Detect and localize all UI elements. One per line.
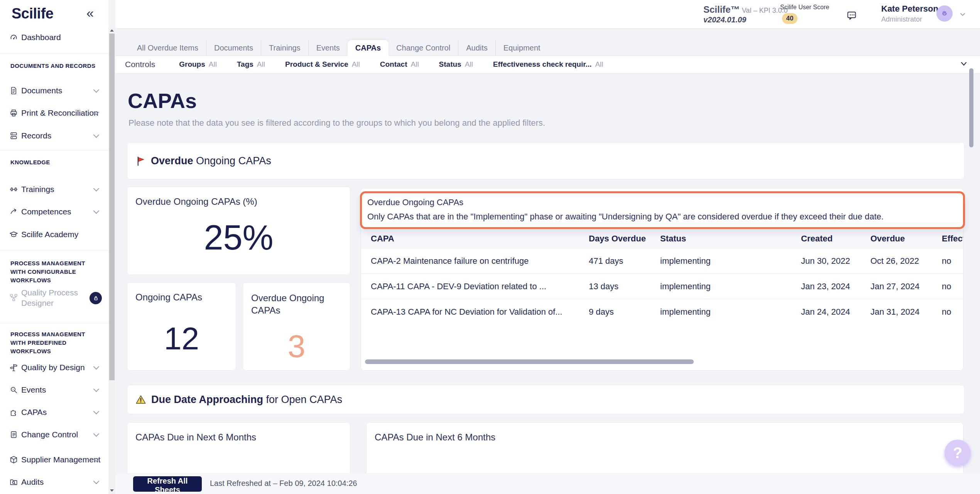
sidebar-item-label: Dashboard [21, 33, 61, 42]
due-card-left: CAPAs Due in Next 6 Months [127, 422, 350, 474]
filterbar: Controls GroupsAll TagsAll Product & Ser… [115, 56, 980, 74]
overdue-table-card: Overdue Ongoing CAPAs Only CAPAs that ar… [361, 188, 963, 371]
refresh-all-sheets-button[interactable]: Refresh All Sheets [133, 476, 202, 492]
filter-product-service[interactable]: Product & ServiceAll [285, 60, 360, 69]
lock-icon [92, 295, 100, 302]
kpi-title: Overdue Ongoing CAPAs [251, 292, 332, 317]
user-role: Administrator [881, 15, 922, 24]
sidebar-item-scilife-academy[interactable]: Scilife Academy [0, 227, 108, 242]
filter-value: All [411, 60, 419, 69]
cell-overdue: Oct 26, 2022 [870, 256, 942, 266]
sidebar-collapse-icon[interactable]: « [86, 5, 94, 20]
sidebar-scrollbar-thumb[interactable] [109, 34, 115, 380]
sidebar-item-label: Print & Reconciliation [21, 108, 98, 118]
page-title: CAPAs [128, 89, 197, 113]
cell-effectiveness: no [942, 282, 963, 292]
scroll-up-arrow-icon[interactable] [110, 29, 114, 32]
cell-overdue: Jan 31, 2024 [870, 307, 942, 317]
chevron-down-icon [93, 478, 100, 484]
user-menu-chevron-icon[interactable] [960, 12, 966, 17]
col-header-effectiveness[interactable]: Effectiveness check required [942, 234, 963, 244]
kpi-value-ongoing: 12 [127, 320, 236, 357]
col-header-status[interactable]: Status [660, 234, 801, 244]
sidebar-section-knowledge: KNOWLEDGE [10, 158, 100, 167]
sidebar-item-competences[interactable]: Competences [0, 204, 108, 219]
sidebar-item-quality-process-designer[interactable]: Quality Process Designer [0, 285, 108, 310]
filter-contact[interactable]: ContactAll [380, 60, 419, 69]
sidebar-item-events[interactable]: Events [0, 382, 108, 398]
filterbar-collapse-chevron-icon[interactable] [960, 61, 968, 67]
overdue-capas-table: CAPA Days Overdue Status Created Overdue… [361, 229, 963, 324]
cell-days-overdue: 13 days [589, 282, 660, 292]
feedback-chat-icon[interactable] [846, 9, 858, 22]
help-button[interactable]: ? [945, 440, 971, 466]
sidebar-section-configurable-workflows: PROCESS MANAGEMENT WITH CONFIGURABLE WOR… [10, 259, 100, 285]
col-header-days-overdue[interactable]: Days Overdue [589, 234, 660, 244]
tab-trainings[interactable]: Trainings [261, 40, 308, 56]
sidebar-item-capas[interactable]: CAPAs [0, 405, 108, 420]
avatar[interactable] [936, 5, 953, 22]
due-date-title-bold: Due Date Approaching [151, 394, 263, 405]
tab-change-control[interactable]: Change Control [389, 40, 458, 56]
sidebar-item-print-reconciliation[interactable]: Print & Reconciliation [0, 105, 108, 121]
filter-effectiveness-check[interactable]: Effectiveness check requir...All [493, 60, 603, 69]
table-row[interactable]: CAPA-2 Maintenance failure on centrifuge… [361, 248, 963, 273]
tab-equipment[interactable]: Equipment [495, 40, 548, 56]
tab-documents[interactable]: Documents [206, 40, 261, 56]
kpi-value-overdue: 3 [243, 328, 350, 364]
callout-title: Overdue Ongoing CAPAs [367, 197, 963, 207]
dumbbell-icon [9, 185, 18, 194]
col-header-overdue[interactable]: Overdue [870, 234, 942, 244]
table-row[interactable]: CAPA-13 CAPA for NC Deviation for Valida… [361, 299, 963, 324]
cell-status: implementing [660, 282, 801, 292]
kpi-card-overdue-percent: Overdue Ongoing CAPAs (%) 25% [127, 187, 350, 275]
due-card-title: CAPAs Due in Next 6 Months [135, 432, 256, 443]
filter-status[interactable]: StatusAll [439, 60, 473, 69]
sidebar-item-trainings[interactable]: Trainings [0, 182, 108, 197]
puzzle-icon [9, 408, 18, 417]
scilife-logo[interactable]: Scilife [12, 5, 53, 22]
cell-effectiveness: no [942, 307, 963, 317]
tab-events[interactable]: Events [308, 40, 348, 56]
kpi-card-overdue-ongoing: Overdue Ongoing CAPAs 3 [243, 282, 350, 371]
sidebar-item-label: CAPAs [21, 408, 47, 417]
user-score-badge: 40 [782, 13, 798, 24]
sidebar-scrollbar[interactable] [108, 27, 115, 494]
sidebar-item-quality-by-design[interactable]: Quality by Design [0, 360, 108, 375]
table-horizontal-scrollbar-thumb[interactable] [365, 359, 694, 364]
sidebar-item-records[interactable]: Records [0, 128, 108, 143]
sidebar-item-documents[interactable]: Documents [0, 83, 108, 98]
clipboard-icon [9, 430, 18, 439]
scroll-down-arrow-icon[interactable] [110, 489, 114, 492]
sidebar-item-change-control[interactable]: Change Control [0, 427, 108, 442]
due-date-section-title: Due Date Approaching for Open CAPAs [151, 394, 342, 406]
col-header-capa[interactable]: CAPA [371, 234, 589, 244]
printer-icon [9, 109, 18, 118]
filter-value: All [465, 60, 473, 69]
cell-capa: CAPA-11 CAPA - DEV-9 Deviation related t… [371, 282, 589, 292]
due-card-right: CAPAs Due in Next 6 Months [366, 422, 963, 474]
col-header-created[interactable]: Created [801, 234, 870, 244]
product-title: Scilife™ Val – KPI 3.0.0 [703, 4, 787, 15]
sidebar-item-audits[interactable]: Audits [0, 474, 108, 490]
due-date-section-header: Due Date Approaching for Open CAPAs [127, 385, 965, 414]
cell-days-overdue: 471 days [589, 256, 660, 266]
sidebar-item-label: Records [21, 131, 51, 140]
filter-controls-label[interactable]: Controls [125, 60, 155, 69]
table-header-row: CAPA Days Overdue Status Created Overdue… [361, 229, 963, 248]
tab-all-overdue-items[interactable]: All Overdue Items [129, 40, 206, 56]
tab-audits[interactable]: Audits [458, 40, 495, 56]
table-row[interactable]: CAPA-11 CAPA - DEV-9 Deviation related t… [361, 273, 963, 299]
chevron-down-icon [93, 364, 100, 370]
filter-groups[interactable]: GroupsAll [179, 60, 217, 69]
cell-effectiveness: no [942, 256, 963, 266]
tab-capas[interactable]: CAPAs [348, 40, 389, 56]
sidebar-item-dashboard[interactable]: Dashboard [0, 30, 108, 45]
filter-value: All [209, 60, 217, 69]
main-scrollbar-thumb[interactable] [969, 68, 973, 147]
page-subtitle: Please note that the data you see is fil… [128, 118, 545, 128]
sidebar-item-supplier-management[interactable]: Supplier Management [0, 452, 108, 467]
kpi-title: Overdue Ongoing CAPAs (%) [135, 196, 257, 207]
filter-tags[interactable]: TagsAll [237, 60, 265, 69]
filter-label: Effectiveness check requir... [493, 60, 592, 69]
